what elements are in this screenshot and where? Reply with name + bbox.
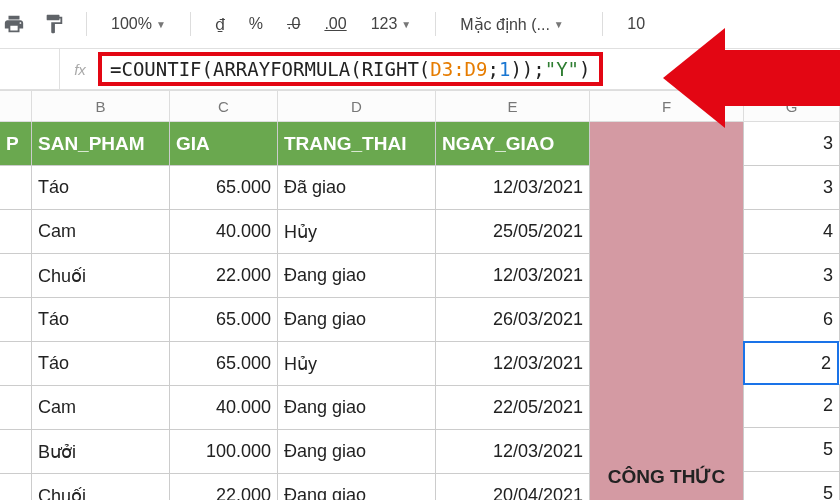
- print-icon[interactable]: [0, 10, 28, 38]
- name-box[interactable]: [0, 49, 60, 89]
- cell[interactable]: Chuối: [32, 254, 170, 298]
- formula-token: ): [579, 58, 590, 80]
- font-dropdown[interactable]: Mặc định (... ▼: [454, 13, 584, 36]
- cell[interactable]: 20/04/2021: [436, 474, 590, 500]
- cell[interactable]: [0, 298, 32, 342]
- cell[interactable]: 65.000: [170, 342, 278, 386]
- chevron-down-icon: ▼: [554, 19, 564, 30]
- formula-token-range: D3:D9: [430, 58, 487, 80]
- col-header[interactable]: B: [32, 90, 170, 122]
- header-cell[interactable]: TRANG_THAI: [278, 122, 436, 166]
- cell[interactable]: 12/03/2021: [436, 254, 590, 298]
- chevron-down-icon: ▼: [156, 19, 166, 30]
- cell[interactable]: Táo: [32, 342, 170, 386]
- cell[interactable]: [0, 430, 32, 474]
- table-row: Chuối22.000Đang giao12/03/2021: [0, 254, 590, 298]
- table-row: Cam40.000Đang giao22/05/2021: [0, 386, 590, 430]
- cell[interactable]: Đang giao: [278, 254, 436, 298]
- paint-format-icon[interactable]: [40, 10, 68, 38]
- formula-token: ;: [488, 58, 499, 80]
- col-header[interactable]: C: [170, 90, 278, 122]
- chevron-down-icon: ▼: [401, 19, 411, 30]
- table-row: Táo65.000Đã giao12/03/2021: [0, 166, 590, 210]
- cell[interactable]: Hủy: [278, 210, 436, 254]
- cell[interactable]: 2: [744, 384, 840, 428]
- cell[interactable]: Đang giao: [278, 474, 436, 500]
- col-header-corner[interactable]: [0, 90, 32, 122]
- header-cell[interactable]: NGAY_GIAO: [436, 122, 590, 166]
- cell[interactable]: 40.000: [170, 386, 278, 430]
- fx-label: fx: [60, 61, 100, 78]
- cell[interactable]: Chuối: [32, 474, 170, 500]
- cell[interactable]: 25/05/2021: [436, 210, 590, 254]
- cell[interactable]: 3: [744, 166, 840, 210]
- table-row: Táo65.000Đang giao26/03/2021: [0, 298, 590, 342]
- toolbar-separator: [190, 12, 191, 36]
- cell[interactable]: 100.000: [170, 430, 278, 474]
- table-row: Táo65.000Hủy12/03/2021: [0, 342, 590, 386]
- cell[interactable]: 5: [744, 428, 840, 472]
- spreadsheet-grid: P SAN_PHAM GIA TRANG_THAI NGAY_GIAO Táo6…: [0, 122, 840, 500]
- cell[interactable]: 22.000: [170, 474, 278, 500]
- decrease-decimal-button[interactable]: .0: [281, 13, 306, 35]
- cell[interactable]: Cam: [32, 210, 170, 254]
- cell[interactable]: 26/03/2021: [436, 298, 590, 342]
- header-cell[interactable]: SAN_PHAM: [32, 122, 170, 166]
- cell[interactable]: 12/03/2021: [436, 166, 590, 210]
- cell[interactable]: Táo: [32, 166, 170, 210]
- cell[interactable]: 6: [744, 298, 840, 342]
- cell[interactable]: 22.000: [170, 254, 278, 298]
- toolbar-separator: [86, 12, 87, 36]
- cell[interactable]: Táo: [32, 298, 170, 342]
- increase-decimal-button[interactable]: .00: [318, 13, 352, 35]
- cell[interactable]: Bưởi: [32, 430, 170, 474]
- cell[interactable]: [0, 386, 32, 430]
- cell[interactable]: 5: [744, 472, 840, 500]
- number-format-dropdown[interactable]: 123 ▼: [365, 13, 418, 35]
- table-row: Bưởi100.000Đang giao12/03/2021: [0, 430, 590, 474]
- cell[interactable]: 3: [744, 254, 840, 298]
- col-header[interactable]: E: [436, 90, 590, 122]
- cell[interactable]: Đang giao: [278, 298, 436, 342]
- cell[interactable]: 2: [743, 341, 839, 385]
- cell[interactable]: 12/03/2021: [436, 342, 590, 386]
- table-row: Cam40.000Hủy25/05/2021: [0, 210, 590, 254]
- col-header[interactable]: D: [278, 90, 436, 122]
- table-header-row: P SAN_PHAM GIA TRANG_THAI NGAY_GIAO: [0, 122, 590, 166]
- cell[interactable]: 22/05/2021: [436, 386, 590, 430]
- cell[interactable]: [0, 254, 32, 298]
- cell[interactable]: Đang giao: [278, 386, 436, 430]
- cell[interactable]: Đang giao: [278, 430, 436, 474]
- cell[interactable]: 65.000: [170, 298, 278, 342]
- cell[interactable]: [0, 474, 32, 500]
- header-cell[interactable]: GIA: [170, 122, 278, 166]
- formula-token-number: 1: [499, 58, 510, 80]
- zoom-value: 100%: [111, 15, 152, 33]
- merged-cell-congthuc[interactable]: CÔNG THỨC: [590, 122, 744, 500]
- zoom-dropdown[interactable]: 100% ▼: [105, 13, 172, 35]
- formula-token: ));: [510, 58, 544, 80]
- column-g: 3 34362255: [744, 122, 840, 500]
- header-cell[interactable]: P: [0, 122, 32, 166]
- cell[interactable]: 3: [744, 122, 840, 166]
- cell[interactable]: 65.000: [170, 166, 278, 210]
- cell[interactable]: 12/03/2021: [436, 430, 590, 474]
- toolbar-separator: [602, 12, 603, 36]
- currency-button[interactable]: ₫: [209, 13, 231, 36]
- percent-button[interactable]: %: [243, 13, 269, 35]
- cell[interactable]: Đã giao: [278, 166, 436, 210]
- cell[interactable]: 4: [744, 210, 840, 254]
- cell[interactable]: [0, 342, 32, 386]
- formula-highlight-box: =COUNTIF(ARRAYFORMULA(RIGHT(D3:D9;1));"Y…: [98, 52, 603, 86]
- formula-token-string: "Y": [545, 58, 579, 80]
- formula-token: =COUNTIF(ARRAYFORMULA(RIGHT(: [110, 58, 430, 80]
- cell[interactable]: Hủy: [278, 342, 436, 386]
- cell[interactable]: Cam: [32, 386, 170, 430]
- fontsize-dropdown[interactable]: 10: [621, 13, 651, 35]
- cell[interactable]: 40.000: [170, 210, 278, 254]
- cell[interactable]: [0, 210, 32, 254]
- table-row: Chuối22.000Đang giao20/04/2021: [0, 474, 590, 500]
- toolbar-separator: [435, 12, 436, 36]
- cell[interactable]: [0, 166, 32, 210]
